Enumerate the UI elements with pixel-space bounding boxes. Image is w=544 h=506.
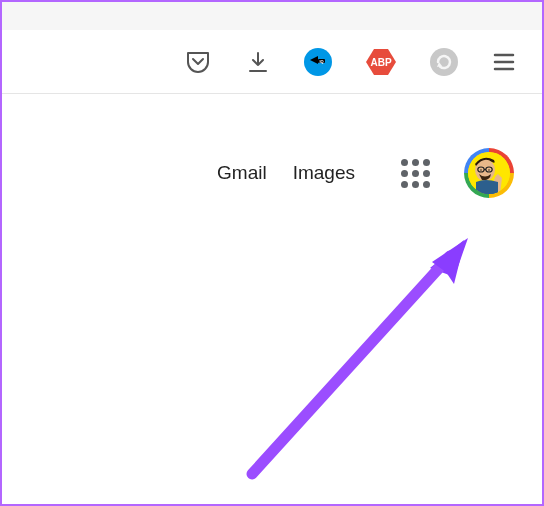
gmail-link[interactable]: Gmail xyxy=(217,162,267,184)
account-avatar[interactable] xyxy=(464,148,514,198)
page-content: Gmail Images xyxy=(2,94,542,504)
svg-point-16 xyxy=(488,169,490,171)
refresh-icon[interactable] xyxy=(430,48,458,76)
svg-marker-20 xyxy=(432,238,468,278)
annotation-arrow xyxy=(232,224,492,494)
hamburger-menu-icon[interactable] xyxy=(490,48,518,76)
download-icon[interactable] xyxy=(244,48,272,76)
svg-line-19 xyxy=(252,256,450,474)
avatar-image xyxy=(468,152,510,194)
browser-toolbar: IQ ABP xyxy=(2,30,542,94)
browser-window: IQ ABP Gmail Images xyxy=(0,0,544,506)
svg-point-15 xyxy=(480,169,482,171)
images-link[interactable]: Images xyxy=(293,162,355,184)
extension-abp-icon[interactable]: ABP xyxy=(364,47,398,77)
pocket-icon[interactable] xyxy=(184,48,212,76)
apps-grid-icon[interactable] xyxy=(401,159,430,188)
svg-marker-1 xyxy=(310,56,318,64)
tab-strip xyxy=(2,2,542,30)
google-header-nav: Gmail Images xyxy=(217,148,514,198)
extension-iq-icon[interactable]: IQ xyxy=(304,48,332,76)
svg-text:ABP: ABP xyxy=(370,57,391,68)
svg-text:IQ: IQ xyxy=(319,58,323,63)
svg-marker-18 xyxy=(430,240,464,276)
